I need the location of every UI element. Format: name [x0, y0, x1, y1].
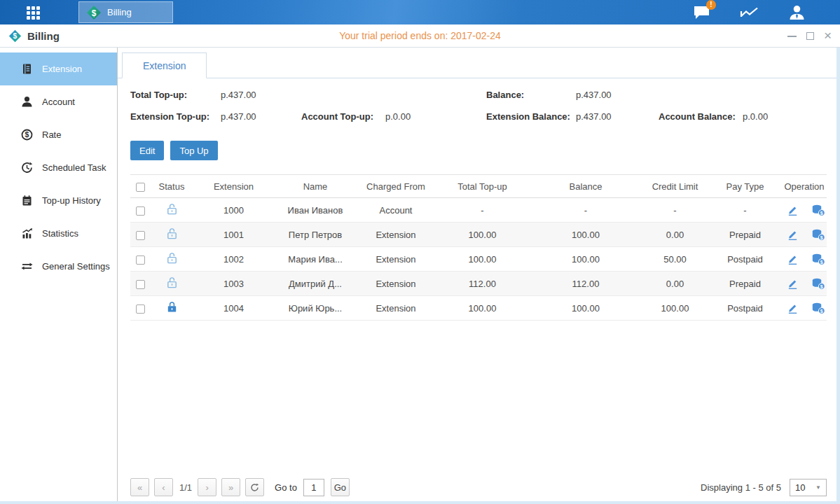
top-up-row-icon[interactable]: $	[811, 204, 825, 216]
app-body: Extension Account $ Rate Scheduled Task	[0, 48, 836, 501]
extension-topup-label: Extension Top-up:	[130, 111, 209, 122]
col-total-topup: Total Top-up	[435, 175, 530, 198]
extension-topup-value: p.437.00	[221, 111, 256, 122]
goto-label: Go to	[275, 482, 297, 493]
next-page-button[interactable]: ›	[198, 478, 216, 496]
billing-app-icon: $	[86, 5, 102, 20]
edit-row-icon[interactable]	[787, 229, 799, 241]
sidebar-item-general-settings[interactable]: General Settings	[0, 250, 117, 283]
rate-icon: $	[21, 129, 33, 141]
user-account-icon[interactable]	[787, 4, 806, 21]
page-indicator: 1/1	[179, 482, 192, 493]
maximize-button[interactable]	[806, 32, 814, 40]
table-header-row: Status Extension Name Charged From Total…	[130, 175, 827, 198]
account-topup-label: Account Top-up:	[301, 111, 373, 122]
goto-page-input[interactable]	[303, 479, 324, 496]
sidebar-item-label: Account	[42, 97, 75, 107]
table-row: 1003 Дмитрий Д... Extension 112.00 112.0…	[130, 272, 827, 296]
sidebar: Extension Account $ Rate Scheduled Task	[0, 48, 118, 501]
edit-row-icon[interactable]	[787, 204, 799, 216]
reports-chart-icon[interactable]	[739, 4, 759, 21]
window-titlebar: $ Billing Your trial period ends on: 201…	[0, 24, 840, 48]
edit-row-icon[interactable]	[787, 302, 799, 314]
table-row: 1000 Иван Иванов Account - - - -	[130, 198, 827, 223]
lock-open-icon	[167, 276, 177, 288]
col-name: Name	[274, 175, 357, 198]
select-all-checkbox[interactable]	[136, 183, 145, 192]
balance-value: p.437.00	[576, 90, 612, 100]
page-size-value: 10	[795, 482, 805, 493]
svg-text:$: $	[820, 234, 822, 240]
account-balance-value: p.0.00	[743, 111, 768, 122]
svg-text:$: $	[820, 284, 822, 289]
sidebar-item-label: Rate	[42, 130, 61, 140]
svg-text:$: $	[820, 259, 822, 265]
lock-open-icon	[167, 252, 177, 264]
col-status: Status	[150, 175, 193, 198]
top-up-row-icon[interactable]: $	[811, 229, 825, 241]
general-settings-icon	[21, 260, 33, 272]
row-checkbox[interactable]	[136, 206, 145, 216]
account-icon	[21, 96, 33, 108]
svg-text:$: $	[820, 308, 822, 314]
go-button[interactable]: Go	[331, 478, 350, 496]
sidebar-item-rate[interactable]: $ Rate	[0, 118, 117, 151]
row-checkbox[interactable]	[136, 304, 145, 314]
app-grid-icon[interactable]	[27, 6, 48, 18]
last-page-button[interactable]: »	[221, 478, 240, 496]
sidebar-item-extension[interactable]: Extension	[0, 52, 117, 85]
account-topup-value: p.0.00	[385, 111, 411, 122]
row-checkbox[interactable]	[136, 255, 145, 265]
sidebar-item-label: Extension	[42, 64, 82, 74]
displaying-count: Displaying 1 - 5 of 5	[701, 482, 781, 493]
top-up-row-icon[interactable]: $	[811, 253, 825, 265]
sidebar-item-scheduled-task[interactable]: Scheduled Task	[0, 151, 117, 184]
refresh-button[interactable]	[245, 478, 264, 496]
edit-row-icon[interactable]	[787, 253, 799, 265]
chevron-down-icon: ▼	[815, 484, 821, 491]
action-buttons: Edit Top Up	[130, 141, 836, 160]
minimize-button[interactable]	[787, 35, 797, 37]
extensions-table: Status Extension Name Charged From Total…	[130, 174, 827, 321]
lock-open-icon	[167, 227, 177, 239]
top-up-button[interactable]: Top Up	[170, 141, 217, 160]
extension-balance-label: Extension Balance:	[486, 111, 570, 122]
first-page-button[interactable]: «	[130, 478, 149, 496]
edit-button[interactable]: Edit	[130, 141, 164, 160]
topup-history-icon	[21, 195, 33, 206]
svg-text:$: $	[820, 210, 822, 216]
statistics-icon	[21, 227, 33, 239]
trial-notice: Your trial period ends on: 2017-02-24	[0, 30, 840, 41]
page-size-select[interactable]: 10 ▼	[790, 479, 827, 496]
table-row: 1004 Юрий Юрь... Extension 100.00 100.00…	[130, 296, 827, 321]
pagination-bar: « ‹ 1/1 › » Go to Go Displaying 1 - 5 of…	[130, 478, 827, 496]
sidebar-item-topup-history[interactable]: Top-up History	[0, 184, 117, 217]
top-up-row-icon[interactable]: $	[811, 302, 825, 314]
row-checkbox[interactable]	[136, 231, 145, 240]
lock-open-icon	[167, 203, 177, 215]
billing-window-icon: $	[8, 29, 22, 43]
col-pay-type: Pay Type	[708, 175, 782, 198]
window-title: Billing	[27, 30, 60, 42]
prev-page-button[interactable]: ‹	[154, 478, 173, 496]
row-checkbox[interactable]	[136, 280, 145, 289]
tab-extension[interactable]: Extension	[122, 52, 207, 78]
sidebar-item-label: Top-up History	[42, 195, 101, 206]
extension-icon	[21, 63, 33, 75]
balance-label: Balance:	[486, 90, 524, 100]
main-content: Extension Total Top-up: p.437.00 Balance…	[118, 48, 836, 501]
sidebar-item-statistics[interactable]: Statistics	[0, 217, 117, 250]
table-row: 1002 Мария Ива... Extension 100.00 100.0…	[130, 247, 827, 272]
total-topup-value: p.437.00	[221, 90, 256, 100]
top-up-row-icon[interactable]: $	[811, 278, 825, 290]
svg-text:$: $	[92, 8, 97, 18]
taskbar-tab-label: Billing	[107, 7, 132, 18]
col-charged-from: Charged From	[357, 175, 435, 198]
messages-icon[interactable]: !	[691, 4, 711, 21]
lock-closed-icon	[167, 301, 177, 313]
taskbar-tab-billing[interactable]: $ Billing	[78, 1, 173, 23]
sidebar-item-account[interactable]: Account	[0, 85, 117, 118]
scheduled-task-icon	[21, 162, 33, 174]
edit-row-icon[interactable]	[787, 278, 799, 290]
close-button[interactable]: ×	[824, 31, 832, 41]
